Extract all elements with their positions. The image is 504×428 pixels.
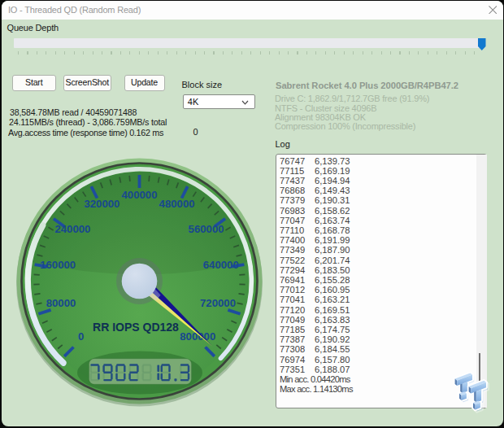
svg-text:RR IOPS QD128: RR IOPS QD128 — [93, 321, 179, 334]
svg-text:560000: 560000 — [188, 223, 224, 235]
svg-text:480000: 480000 — [159, 198, 194, 210]
svg-text:240000: 240000 — [54, 223, 90, 235]
svg-text:400000: 400000 — [121, 189, 157, 201]
svg-text:640000: 640000 — [202, 258, 238, 270]
svg-text:800000: 800000 — [180, 330, 215, 342]
svg-text:720000: 720000 — [199, 297, 235, 309]
svg-text:80000: 80000 — [46, 297, 76, 309]
svg-text:0: 0 — [78, 330, 84, 342]
svg-text:320000: 320000 — [84, 198, 119, 210]
svg-text:160000: 160000 — [40, 258, 76, 270]
